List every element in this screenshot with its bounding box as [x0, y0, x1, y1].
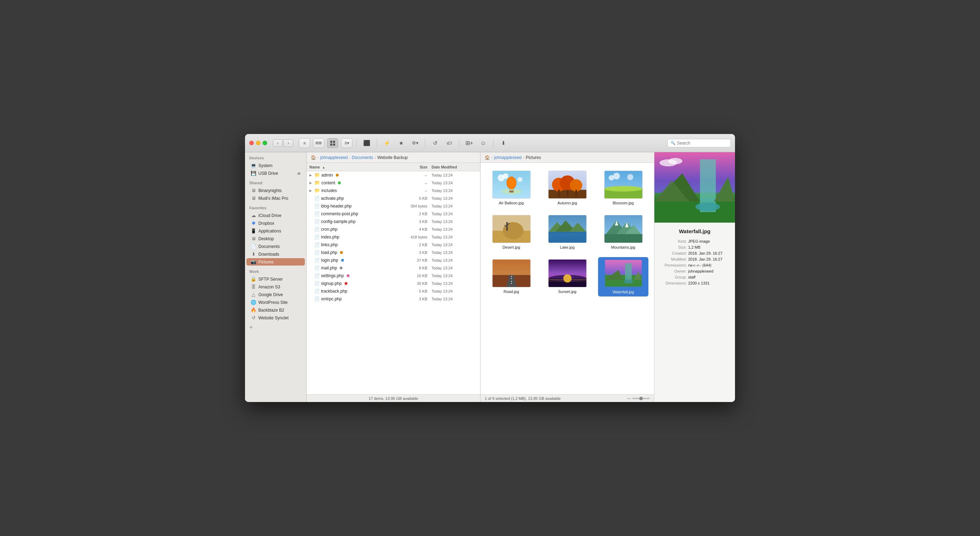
table-row[interactable]: 📄 config-sample.php 3 KB Today 13:24 [307, 218, 480, 225]
sidebar-item-icloud[interactable]: ☁ iCloud Drive [247, 212, 305, 219]
sidebar-item-mudi-imac[interactable]: 🖥 Mudi's iMac Pro [247, 195, 305, 202]
add-location-button[interactable]: + [245, 322, 257, 333]
separator-5 [493, 139, 493, 147]
download-button[interactable]: ⬇ [498, 138, 509, 148]
table-row[interactable]: 📄 xmlrpc.php 3 KB Today 13:24 [307, 295, 480, 303]
finder-window: ‹ › ≡ ⊞⊞ ⊟▾ ⬛ ⚡ ★ ⚙▾ ↺ 🏷 ⊞+ ☺ ⬇ 🔍 Device… [245, 134, 735, 402]
zoom-slider[interactable]: — [627, 396, 650, 400]
forward-button[interactable]: › [283, 139, 293, 147]
pictures-grid: Air Balloon.jpg [480, 163, 654, 394]
sidebar-item-wordpress[interactable]: 🌐 WordPress Site [247, 298, 305, 306]
add-tab-button[interactable]: ⊞+ [464, 138, 475, 148]
left-status-text: 17 items, 13,95 GB available [369, 396, 418, 401]
separator-4 [459, 139, 460, 147]
sidebar-item-applications[interactable]: 📱 Applications [247, 227, 305, 235]
file-icon: 📄 [314, 273, 320, 278]
list-item[interactable]: Waterfall.jpg [598, 257, 648, 297]
svg-point-31 [503, 222, 523, 239]
meta-label-group: Group: [659, 275, 687, 279]
file-date: Today 13:24 [431, 219, 477, 224]
star-button[interactable]: ★ [395, 138, 407, 148]
list-item[interactable]: Air Balloon.jpg [486, 168, 536, 207]
minimize-button[interactable] [256, 141, 261, 145]
emoji-button[interactable]: ☺ [478, 138, 489, 148]
table-row[interactable]: 📄 signup.php 30 KB Today 13:24 [307, 280, 480, 287]
list-item[interactable]: Lake.jpg [542, 213, 592, 252]
col-header-date[interactable]: Date Modified [431, 165, 477, 169]
pic-label: Blossom.jpg [613, 201, 634, 205]
gear-button[interactable]: ⚙▾ [409, 138, 421, 148]
table-row[interactable]: 📄 comments-post.php 2 KB Today 13:24 [307, 210, 480, 218]
table-row[interactable]: ▶ 📁 content -- Today 13:24 [307, 179, 480, 187]
view-options-button[interactable]: ⊟▾ [341, 138, 352, 148]
list-item[interactable]: Road.jpg [486, 257, 536, 297]
table-row[interactable]: 📄 trackback.php 5 KB Today 13:24 [307, 287, 480, 295]
view-list-button[interactable]: ≡ [299, 138, 310, 148]
meta-value-created: 2018. Jan 29. 16:27 [688, 251, 731, 255]
sidebar-item-google-drive[interactable]: △ Google Drive [247, 291, 305, 298]
sidebar-section-shared: Shared [245, 177, 306, 186]
table-row[interactable]: ▶ 📁 admin -- Today 13:24 [307, 171, 480, 179]
sidebar-item-usb-drive[interactable]: 💾 USB Drive ⏏ [247, 170, 305, 177]
view-grid-button[interactable] [327, 138, 338, 148]
breadcrumb-home-icon-right: 🏠 [485, 155, 490, 160]
backblaze-icon: 🔥 [251, 308, 256, 312]
search-input[interactable] [677, 141, 728, 146]
table-row[interactable]: 📄 mail.php 8 KB Today 13:24 [307, 264, 480, 272]
pic-label: Road.jpg [503, 289, 519, 294]
sidebar-label-amazon-s3: Amazon S3 [258, 284, 280, 289]
sidebar-item-backblaze[interactable]: 🔥 Backblaze B2 [247, 306, 305, 314]
sidebar-item-dropbox[interactable]: ❋ Dropbox [247, 219, 305, 227]
list-item[interactable]: Blossom.jpg [598, 168, 648, 207]
share-button[interactable]: ⬛ [361, 138, 372, 148]
sidebar-item-system[interactable]: 💻 System [247, 162, 305, 169]
maximize-button[interactable] [262, 141, 267, 145]
col-header-name[interactable]: Name ▲ [309, 165, 403, 169]
col-header-size[interactable]: Size [403, 165, 431, 169]
breadcrumb-right-level1[interactable]: johnappleseed [494, 155, 522, 160]
list-item[interactable]: Mountains.jpg [598, 213, 648, 252]
svg-rect-1 [333, 141, 335, 143]
view-columns-button[interactable]: ⊞⊞ [313, 138, 324, 148]
file-name: includes [321, 188, 337, 193]
refresh-button[interactable]: ↺ [430, 138, 441, 148]
computer-icon: 💻 [251, 163, 256, 168]
tag-button[interactable]: 🏷 [444, 138, 455, 148]
sidebar-item-documents[interactable]: 📄 Documents [247, 243, 305, 250]
table-row[interactable]: 📄 load.php 3 KB Today 13:24 [307, 249, 480, 256]
table-row[interactable]: ▶ 📁 includes -- Today 13:24 [307, 187, 480, 195]
table-row[interactable]: 📄 links.php 2 KB Today 13:24 [307, 241, 480, 249]
table-row[interactable]: 📄 cron.php 4 KB Today 13:24 [307, 225, 480, 233]
table-row[interactable]: 📄 blog-header.php 364 bytes Today 13:24 [307, 202, 480, 210]
table-row[interactable]: 📄 index.php 418 bytes Today 13:24 [307, 233, 480, 241]
lightning-button[interactable]: ⚡ [381, 138, 393, 148]
sidebar-item-website-synclet[interactable]: ↺ Website Synclet [247, 314, 305, 322]
file-date: Today 13:24 [431, 181, 477, 185]
sidebar-item-desktop[interactable]: 🖥 Desktop [247, 235, 305, 242]
back-button[interactable]: ‹ [273, 139, 283, 147]
file-date: Today 13:24 [431, 235, 477, 239]
file-icon: 📄 [314, 235, 320, 239]
sidebar-item-sftp[interactable]: 🔒 SFTP Server [247, 275, 305, 283]
sidebar-item-binarynights[interactable]: 🖥 Binarynights [247, 187, 305, 194]
sidebar-item-pictures[interactable]: 📷 Pictures [247, 258, 305, 266]
file-name: trackback.php [321, 289, 347, 294]
sidebar-label-binarynights: Binarynights [258, 188, 282, 193]
table-row[interactable]: 📄 settings.php 16 KB Today 13:24 [307, 272, 480, 280]
list-item[interactable]: Autumn.jpg [542, 168, 592, 207]
pic-label: Autumn.jpg [558, 201, 577, 205]
close-button[interactable] [249, 141, 254, 145]
sidebar-item-downloads[interactable]: ⬇ Downloads [247, 251, 305, 258]
right-status-text: 1 of 9 selected (1,2 MB), 13,95 GB avail… [485, 396, 561, 401]
sidebar-item-amazon-s3[interactable]: 🗄 Amazon S3 [247, 283, 305, 290]
breadcrumb-level2[interactable]: Documents [352, 155, 373, 160]
file-size: 2 KB [403, 212, 431, 216]
table-row[interactable]: 📄 activate.php 5 KB Today 13:24 [307, 195, 480, 202]
server-icon: 🖥 [251, 188, 256, 193]
file-size: 3 KB [403, 251, 431, 255]
list-item[interactable]: Sunset.jpg [542, 257, 592, 297]
breadcrumb-level1[interactable]: johnappleseed [320, 155, 348, 160]
eject-icon[interactable]: ⏏ [297, 171, 301, 176]
table-row[interactable]: 📄 login.php 37 KB Today 13:24 [307, 256, 480, 264]
list-item[interactable]: Desert.jpg [486, 213, 536, 252]
